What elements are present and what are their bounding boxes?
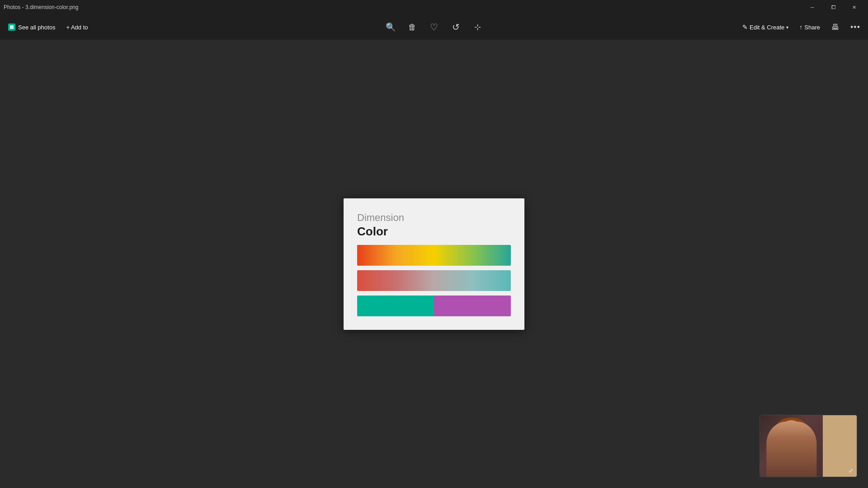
- color-bar-rainbow: [357, 245, 511, 266]
- edit-create-label: Edit & Create: [750, 24, 784, 31]
- svg-rect-1: [12, 25, 14, 27]
- zoom-button[interactable]: 🔍: [382, 18, 400, 36]
- dimension-title: Dimension: [357, 212, 511, 224]
- svg-rect-2: [10, 27, 12, 29]
- image-card: Dimension Color: [344, 198, 524, 330]
- color-bar-split: [357, 296, 511, 316]
- color-title: Color: [357, 225, 511, 239]
- more-options-button[interactable]: •••: [846, 18, 864, 36]
- delete-button[interactable]: 🗑: [403, 18, 421, 36]
- toolbar: See all photos + Add to 🔍 🗑 ♡ ↺ ⊹ ✎ Edit…: [0, 14, 868, 40]
- video-person-figure: [766, 422, 816, 477]
- share-icon: ↑: [799, 23, 802, 31]
- color-bar-gradient: [357, 270, 511, 291]
- add-to-label: + Add to: [66, 24, 88, 31]
- toolbar-right: ✎ Edit & Create ▾ ↑ Share 🖶 •••: [738, 18, 864, 36]
- toolbar-center: 🔍 🗑 ♡ ↺ ⊹: [382, 18, 486, 36]
- edit-icon: ✎: [742, 23, 748, 31]
- zoom-icon: 🔍: [386, 22, 396, 32]
- rotate-icon: ↺: [452, 22, 460, 33]
- edit-create-button[interactable]: ✎ Edit & Create ▾: [738, 21, 793, 33]
- crop-button[interactable]: ⊹: [468, 18, 486, 36]
- rotate-button[interactable]: ↺: [447, 18, 465, 36]
- expand-icon: ⤢: [849, 468, 853, 474]
- color-bar-purple: [434, 296, 511, 316]
- title-bar-title: Photos - 3.dimension-color.png: [4, 4, 78, 10]
- svg-rect-0: [10, 25, 12, 27]
- close-button[interactable]: ✕: [844, 0, 864, 14]
- edit-create-dropdown-icon: ▾: [786, 25, 788, 30]
- title-bar: Photos - 3.dimension-color.png ─ ⧠ ✕: [0, 0, 868, 14]
- heart-icon: ♡: [430, 22, 438, 33]
- video-overlay[interactable]: ⤢: [760, 415, 857, 477]
- video-person-panel: [760, 415, 823, 477]
- expand-video-button[interactable]: ⤢: [847, 467, 855, 475]
- toolbar-left: See all photos + Add to: [4, 21, 92, 33]
- delete-icon: 🗑: [408, 23, 416, 32]
- title-bar-left: Photos - 3.dimension-color.png: [4, 4, 78, 10]
- crop-icon: ⊹: [474, 22, 481, 32]
- photos-icon: [8, 23, 15, 31]
- see-all-photos-label: See all photos: [18, 24, 55, 31]
- print-icon: 🖶: [831, 23, 840, 32]
- minimize-button[interactable]: ─: [802, 0, 823, 14]
- photos-icon-svg: [9, 25, 14, 29]
- share-label: Share: [804, 24, 820, 31]
- share-button[interactable]: ↑ Share: [795, 21, 825, 33]
- color-bar-teal: [357, 296, 434, 316]
- see-all-photos-button[interactable]: See all photos: [4, 21, 60, 33]
- add-to-button[interactable]: + Add to: [61, 21, 92, 33]
- title-bar-controls: ─ ⧠ ✕: [802, 0, 864, 14]
- video-thumbnail-inner: [760, 415, 857, 477]
- restore-button[interactable]: ⧠: [823, 0, 844, 14]
- more-icon: •••: [850, 23, 860, 32]
- favorite-button[interactable]: ♡: [425, 18, 443, 36]
- svg-rect-3: [12, 27, 14, 29]
- print-button[interactable]: 🖶: [826, 18, 844, 36]
- main-content: Dimension Color: [0, 40, 868, 488]
